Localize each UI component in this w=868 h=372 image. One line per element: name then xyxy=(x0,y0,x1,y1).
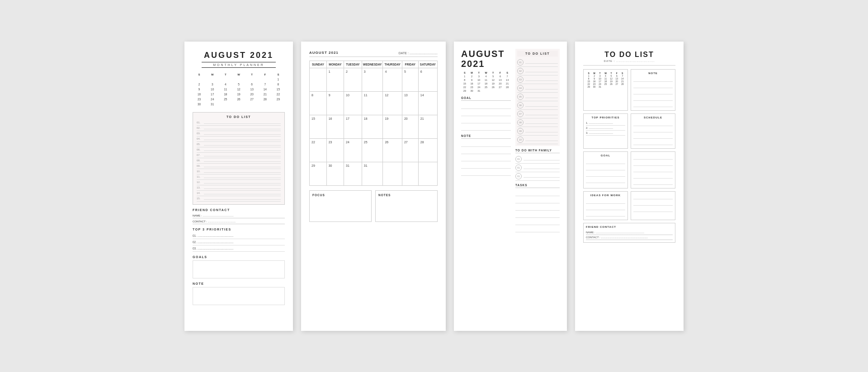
friend-name-line: NAME : .................................… xyxy=(193,213,285,218)
list-item: 08 xyxy=(517,118,558,127)
page3-right: TO DO LIST 01 02 03 04 05 06 07 08 09 10… xyxy=(515,49,560,233)
page3-goal: GOAL xyxy=(461,96,511,131)
page4-ideas: IDEAS FOR WORK xyxy=(583,191,628,220)
page3-todo: TO DO LIST 01 02 03 04 05 06 07 08 09 10 xyxy=(515,49,560,146)
list-item: 15. xyxy=(197,196,281,202)
page4-priorities-title: TOP PRIORITIES xyxy=(586,116,625,119)
page3-note-title: NOTE xyxy=(461,134,511,139)
focus-box: FOCUS xyxy=(309,190,372,222)
page2-date: DATE : ................................ xyxy=(399,52,438,55)
page1-side-sections: FRIEND CONTACT NAME : ..................… xyxy=(193,208,285,305)
list-item: 03. xyxy=(197,131,281,137)
note-title: NOTE xyxy=(193,282,285,285)
list-item: 10. xyxy=(197,169,281,174)
notes-title: NOTES xyxy=(378,193,434,197)
col-thursday: THURSDAY xyxy=(383,61,402,68)
page1-mini-calendar: SMTWTFS 1 2345678 9101112131415 16171819… xyxy=(193,72,285,107)
priority-3: 03. ....................................… xyxy=(193,245,285,252)
page3-mini-cal: SMTWTFS 1234567 891011121314 15161718192… xyxy=(461,71,511,93)
page1-title: AUGUST 2021 xyxy=(193,51,285,60)
page1-subtitle: MONTHLY PLANNER xyxy=(202,62,276,68)
list-item: 12. xyxy=(197,180,281,185)
goals-area xyxy=(193,260,285,278)
page3-tasks-title: TASKS xyxy=(515,184,560,188)
page4-schedule-title: SCHEDULE xyxy=(633,116,673,119)
focus-title: FOCUS xyxy=(312,193,368,197)
page-1-monthly-planner: AUGUST 2021 MONTHLY PLANNER SMTWTFS 1 23… xyxy=(184,42,293,331)
list-item: 01. xyxy=(197,120,281,126)
page1-todo-section: TO DO LIST 01. 02. 03. 04. 05. 06. 07. 0… xyxy=(193,112,285,205)
page3-title: AUGUST2021 xyxy=(461,49,511,69)
list-item: 04 xyxy=(517,84,558,93)
page4-empty-right xyxy=(631,191,675,220)
page4-contact: FRIEND CONTACT NAME : ..................… xyxy=(583,223,675,243)
page4-note-title: NOTE xyxy=(633,72,673,75)
table-row: 15 16 17 18 19 20 21 xyxy=(310,115,438,138)
list-item: 13. xyxy=(197,185,281,191)
page3-family: TO DO WITH FAMILY 01 01 01 xyxy=(515,149,560,181)
list-item: 05. xyxy=(197,142,281,147)
page1-todo-list: 01. 02. 03. 04. 05. 06. 07. 08. 09. 10. … xyxy=(197,120,281,202)
list-item: 03 xyxy=(517,75,558,84)
col-friday: FRIDAY xyxy=(402,61,418,68)
page4-contact-title: FRIEND CONTACT xyxy=(586,226,673,228)
list-item: 01 xyxy=(515,155,560,164)
list-item: 05 xyxy=(517,93,558,101)
page4-goal-title: GOAL xyxy=(586,154,625,157)
list-item: 06 xyxy=(517,101,558,110)
page4-schedule-2 xyxy=(631,151,675,188)
page1-todo-title: TO DO LIST xyxy=(197,115,281,118)
list-item: 10 xyxy=(517,136,558,144)
list-item: 04. xyxy=(197,137,281,142)
list-item: 08. xyxy=(197,158,281,164)
list-item: 02. xyxy=(197,126,281,131)
table-row: 8 9 10 11 12 13 14 xyxy=(310,91,438,115)
table-row: 1 2 3 4 5 6 xyxy=(310,68,438,91)
col-tuesday: TUESDAY xyxy=(344,61,362,68)
page4-grid: SMTWTFS 1234567 891011121314 15161718192… xyxy=(583,69,675,243)
page3-goal-title: GOAL xyxy=(461,96,511,101)
page4-title: To Do List xyxy=(583,51,675,59)
page1-friend-contact: FRIEND CONTACT NAME : ..................… xyxy=(193,208,285,224)
friend-contact-line: CONTACT : ..............................… xyxy=(193,219,285,224)
list-item: 11. xyxy=(197,174,281,180)
page2-month: AUGUST 2021 xyxy=(309,51,339,55)
notes-box: NOTES xyxy=(375,190,438,222)
list-item: 02 xyxy=(517,67,558,75)
page-3: AUGUST2021 SMTWTFS 1234567 891011121314 … xyxy=(454,42,567,331)
page4-schedule: SCHEDULE xyxy=(631,113,675,149)
friend-contact-title: FRIEND CONTACT xyxy=(193,208,285,212)
list-item: 01 xyxy=(515,172,560,181)
page4-date: DATE : ................................ xyxy=(583,60,675,66)
note-area xyxy=(193,287,285,305)
page-4-todo: To Do List DATE : ......................… xyxy=(575,42,684,331)
page3-todo-title: TO DO LIST xyxy=(517,51,558,57)
page4-goal: GOAL xyxy=(583,151,628,188)
goals-title: GOALS xyxy=(193,255,285,259)
page3-content: AUGUST2021 SMTWTFS 1234567 891011121314 … xyxy=(461,49,560,233)
page4-ideas-title: IDEAS FOR WORK xyxy=(586,194,625,197)
list-item: 01 xyxy=(515,164,560,172)
calendar-header-row: SUNDAY MONDAY TUESDAY WEDNESDAY THURSDAY… xyxy=(310,61,438,68)
col-sunday: SUNDAY xyxy=(310,61,327,68)
page1-note: NOTE xyxy=(193,282,285,305)
page3-tasks: TASKS xyxy=(515,184,560,232)
priority-2: 02. ....................................… xyxy=(193,239,285,245)
page1-goals: GOALS xyxy=(193,255,285,278)
page1-cal-row-1: 1 xyxy=(193,77,285,82)
list-item: 06. xyxy=(197,147,281,153)
page2-bottom: FOCUS NOTES xyxy=(309,190,438,222)
list-item: 09. xyxy=(197,164,281,169)
page3-note: NOTE xyxy=(461,134,511,176)
pages-container: AUGUST 2021 MONTHLY PLANNER SMTWTFS 1 23… xyxy=(184,42,684,331)
page1-priorities: TOP 3 PRIORITIES 01. ...................… xyxy=(193,228,285,252)
col-wednesday: WEDNESDAY xyxy=(362,61,383,68)
list-item: 14. xyxy=(197,191,281,196)
page4-note: NOTE xyxy=(631,69,675,111)
table-row: 22 23 24 25 26 27 28 xyxy=(310,138,438,162)
page3-left: AUGUST2021 SMTWTFS 1234567 891011121314 … xyxy=(461,49,511,233)
page2-header: AUGUST 2021 DATE : .....................… xyxy=(309,51,438,57)
list-item: 09 xyxy=(517,127,558,136)
page4-contact-line: CONTACT : ..............................… xyxy=(586,235,673,240)
priority-1: 01. ....................................… xyxy=(193,233,285,239)
